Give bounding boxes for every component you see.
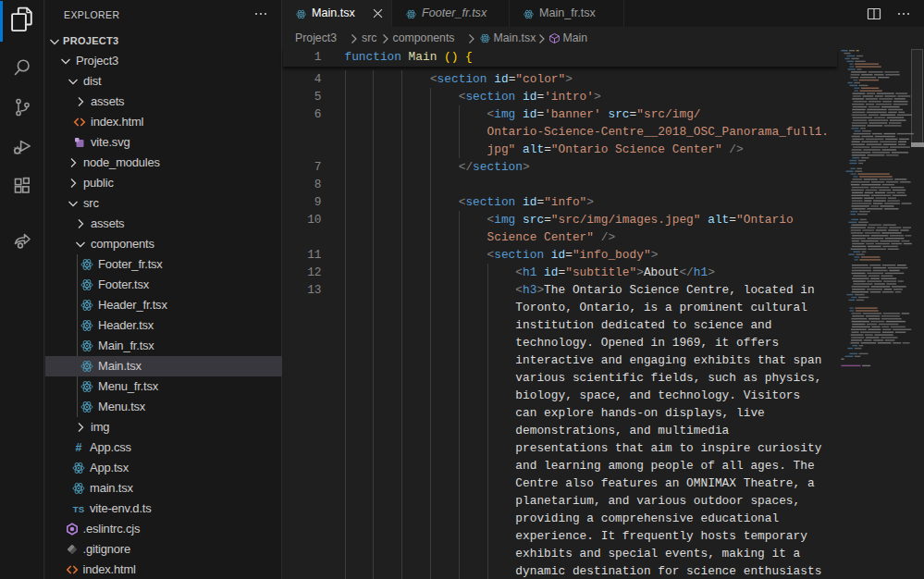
svg-text:#: # — [76, 441, 82, 454]
svg-text:TS: TS — [73, 503, 85, 513]
